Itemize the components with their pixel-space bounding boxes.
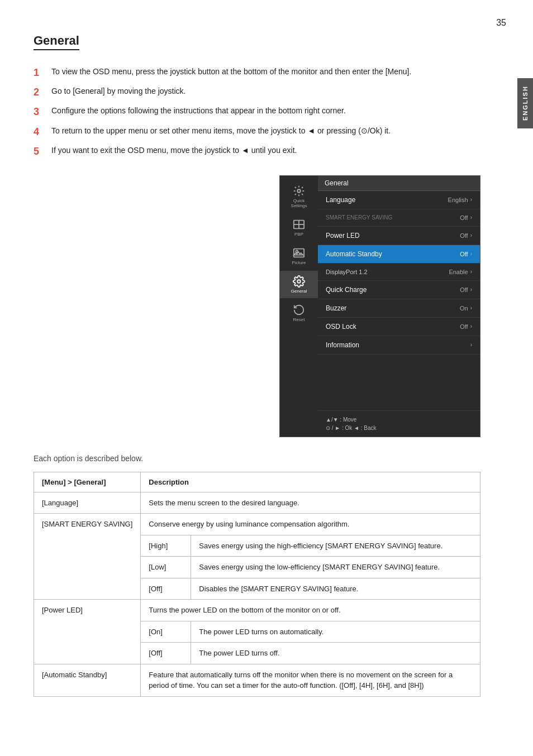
menu-smart-energy: [SMART ENERGY SAVING] <box>34 514 141 600</box>
osd-title-bar: General <box>318 176 480 191</box>
sub-val-low: Saves energy using the low-efficiency [S… <box>191 557 480 578</box>
svg-point-0 <box>297 189 301 193</box>
osd-section: Quick Settings PBP <box>34 175 480 437</box>
sub-key-led-off: [Off] <box>141 643 191 664</box>
menu-auto-standby: [Automatic Standby] <box>34 664 141 696</box>
osd-sidebar-picture[interactable]: Picture <box>280 242 318 270</box>
sub-key-led-on: [On] <box>141 621 191 643</box>
desc-power-led: Turns the power LED on the bottom of the… <box>141 600 480 621</box>
sub-key-low: [Low] <box>141 557 191 578</box>
col1-header: [Menu] > [General] <box>34 472 141 492</box>
instruction-5: 5 If you want to exit the OSD menu, move… <box>34 145 480 159</box>
svg-point-6 <box>297 280 301 283</box>
osd-item-buzzer[interactable]: Buzzer On › <box>318 299 480 318</box>
table-row-language: [Language] Sets the menu screen to the d… <box>34 492 480 514</box>
instruction-1: 1 To view the OSD menu, press the joysti… <box>34 66 480 80</box>
osd-item-information[interactable]: Information › <box>318 336 480 355</box>
sub-val-off: Disables the [SMART ENERGY SAVING] featu… <box>191 578 480 600</box>
text-spacer <box>34 175 263 437</box>
instruction-3: 3 Configure the options following the in… <box>34 105 480 119</box>
page-number: 35 <box>496 18 506 28</box>
sub-key-off: [Off] <box>141 578 191 600</box>
description-table: [Menu] > [General] Description [Language… <box>34 472 480 697</box>
sub-val-high: Saves energy using the high-efficiency [… <box>191 535 480 557</box>
col2-header: Description <box>141 472 480 492</box>
osd-item-quick-charge[interactable]: Quick Charge Off › <box>318 281 480 299</box>
menu-power-led: [Power LED] <box>34 600 141 664</box>
osd-sidebar-pbp[interactable]: PBP <box>280 214 318 241</box>
osd-sidebar-quick-settings[interactable]: Quick Settings <box>280 180 318 213</box>
osd-item-automatic-standby[interactable]: Automatic Standby Off › <box>318 245 480 264</box>
osd-item-smart-energy[interactable]: SMART ENERGY SAVING Off › <box>318 209 480 227</box>
desc-language: Sets the menu screen to the desired lang… <box>141 492 480 514</box>
desc-smart-energy: Conserve energy by using luminance compe… <box>141 514 480 535</box>
osd-spacer <box>318 355 480 399</box>
osd-menu: Quick Settings PBP <box>279 175 480 437</box>
osd-item-language[interactable]: Language English › <box>318 191 480 209</box>
sub-val-led-on: The power LED turns on automatically. <box>191 621 480 643</box>
instruction-2: 2 Go to [General] by moving the joystick… <box>34 85 480 99</box>
section-title: General <box>34 34 79 50</box>
table-row-auto-standby: [Automatic Standby] Feature that automat… <box>34 664 480 696</box>
osd-item-osd-lock[interactable]: OSD Lock Off › <box>318 318 480 336</box>
main-content: General 1 To view the OSD menu, press th… <box>0 0 514 736</box>
svg-point-5 <box>296 250 298 252</box>
instruction-4: 4 To return to the upper menu or set oth… <box>34 125 480 139</box>
osd-footer: ▲/▼ : Move ⊙ / ► : Ok ◄ : Back <box>318 410 480 437</box>
osd-sidebar-general[interactable]: General <box>280 271 318 298</box>
menu-language: [Language] <box>34 492 141 514</box>
sub-val-led-off: The power LED turns off. <box>191 643 480 664</box>
instructions-list: 1 To view the OSD menu, press the joysti… <box>34 66 480 159</box>
description-intro: Each option is described below. <box>34 454 480 463</box>
osd-sidebar: Quick Settings PBP <box>280 176 318 437</box>
table-row-power-led: [Power LED] Turns the power LED on the b… <box>34 600 480 621</box>
desc-auto-standby: Feature that automatically turns off the… <box>141 664 480 696</box>
osd-main-panel: General Language English › SMART ENERGY … <box>318 176 480 437</box>
osd-item-power-led[interactable]: Power LED Off › <box>318 227 480 245</box>
osd-item-displayport[interactable]: DisplayPort 1.2 Enable › <box>318 264 480 281</box>
osd-sidebar-reset[interactable]: Reset <box>280 299 318 327</box>
language-sidebar: ENGLISH <box>517 78 533 128</box>
table-row-smart-energy: [SMART ENERGY SAVING] Conserve energy by… <box>34 514 480 535</box>
sub-key-high: [High] <box>141 535 191 557</box>
